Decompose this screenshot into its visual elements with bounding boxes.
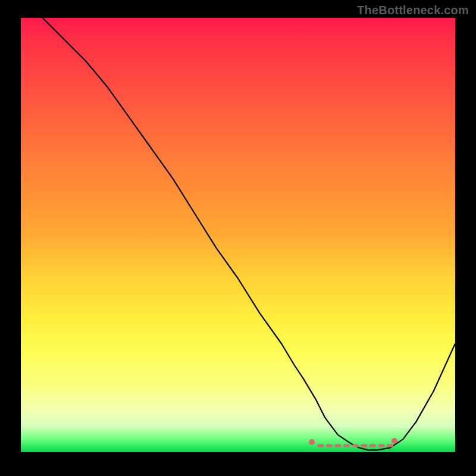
optimal-end-dot xyxy=(392,438,397,444)
watermark-text: TheBottleneck.com xyxy=(357,4,469,17)
bottleneck-curve xyxy=(43,18,456,450)
curve-overlay xyxy=(21,18,455,452)
optimal-marker-cluster xyxy=(309,438,397,446)
chart-root: TheBottleneck.com xyxy=(0,0,476,476)
plot-area xyxy=(21,18,455,452)
optimal-start-dot xyxy=(309,439,315,445)
